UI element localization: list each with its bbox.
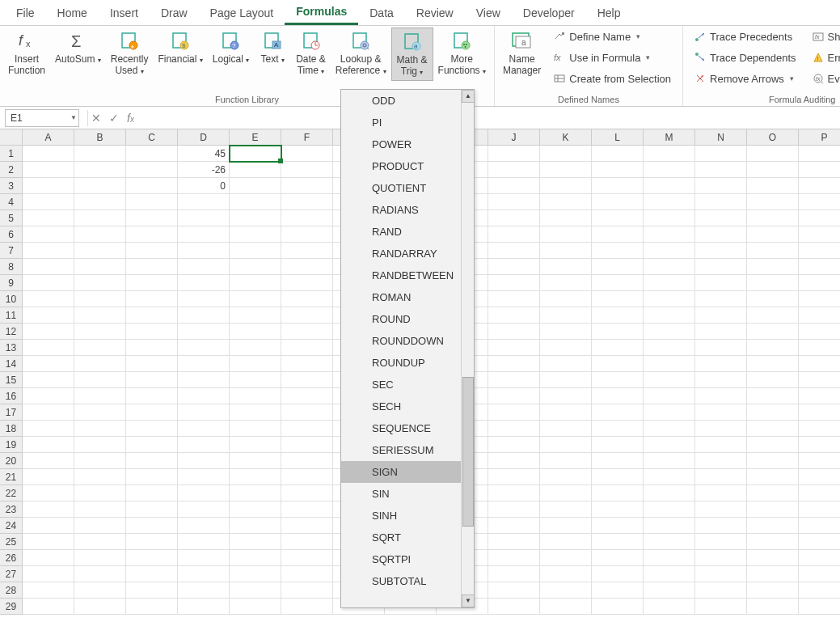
row-header-3[interactable]: 3	[0, 178, 23, 194]
cell-N8[interactable]	[695, 259, 747, 275]
cell-N15[interactable]	[695, 372, 747, 388]
cell-M1[interactable]	[644, 146, 695, 162]
cell-M7[interactable]	[644, 243, 695, 259]
fn-power[interactable]: POWER	[341, 133, 474, 155]
cell-B7[interactable]	[74, 243, 126, 259]
cell-N23[interactable]	[695, 501, 747, 518]
tab-home[interactable]: Home	[46, 2, 99, 24]
fn-rand[interactable]: RAND	[341, 221, 474, 243]
cell-K3[interactable]	[540, 178, 592, 194]
cell-O14[interactable]	[747, 356, 799, 372]
cell-M28[interactable]	[644, 582, 695, 599]
cell-B2[interactable]	[74, 162, 126, 178]
cell-J16[interactable]	[488, 388, 540, 404]
remove-arrows-button[interactable]: Remove Arrows ▾	[691, 70, 799, 87]
row-header-21[interactable]: 21	[0, 469, 23, 485]
cell-E4[interactable]	[230, 194, 281, 210]
cell-C15[interactable]	[126, 372, 178, 388]
cell-J14[interactable]	[488, 356, 540, 372]
cell-C7[interactable]	[126, 243, 178, 259]
cell-F11[interactable]	[281, 307, 333, 324]
cell-P28[interactable]	[799, 582, 840, 599]
row-header-25[interactable]: 25	[0, 534, 23, 550]
cell-D17[interactable]	[178, 404, 230, 421]
cell-O20[interactable]	[747, 453, 799, 469]
cell-D22[interactable]	[178, 485, 230, 501]
cell-O10[interactable]	[747, 291, 799, 307]
cell-J24[interactable]	[488, 518, 540, 534]
fn-roundup[interactable]: ROUNDUP	[341, 352, 474, 374]
tab-data[interactable]: Data	[358, 2, 405, 24]
cell-A21[interactable]	[23, 469, 74, 485]
enter-icon[interactable]: ✓	[109, 112, 119, 125]
formula-input[interactable]	[134, 109, 840, 127]
cell-N26[interactable]	[695, 550, 747, 566]
cell-C5[interactable]	[126, 210, 178, 226]
cell-L21[interactable]	[592, 469, 644, 485]
cell-L13[interactable]	[592, 340, 644, 356]
cell-M4[interactable]	[644, 194, 695, 210]
cell-J10[interactable]	[488, 291, 540, 307]
chevron-down-icon[interactable]: ▾	[636, 32, 640, 40]
cell-A14[interactable]	[23, 356, 74, 372]
cell-A29[interactable]	[23, 599, 74, 615]
row-header-14[interactable]: 14	[0, 356, 23, 372]
cell-C13[interactable]	[126, 340, 178, 356]
cell-N5[interactable]	[695, 210, 747, 226]
cell-C21[interactable]	[126, 469, 178, 485]
cell-K18[interactable]	[540, 421, 592, 437]
cell-N2[interactable]	[695, 162, 747, 178]
tab-help[interactable]: Help	[586, 2, 632, 24]
cell-L29[interactable]	[592, 599, 644, 615]
cell-C11[interactable]	[126, 307, 178, 324]
cell-K22[interactable]	[540, 485, 592, 501]
cell-P2[interactable]	[799, 162, 840, 178]
cell-C28[interactable]	[126, 582, 178, 599]
cell-D28[interactable]	[178, 582, 230, 599]
cell-J26[interactable]	[488, 550, 540, 566]
show-formulas-button[interactable]: fxShow Formulas	[809, 28, 840, 45]
cell-K24[interactable]	[540, 518, 592, 534]
recently-used-button[interactable]: RecentlyUsed ▾	[106, 28, 154, 79]
col-header-B[interactable]: B	[74, 129, 126, 146]
cell-F17[interactable]	[281, 404, 333, 421]
chevron-down-icon[interactable]: ▼	[70, 114, 77, 121]
cell-F24[interactable]	[281, 518, 333, 534]
col-header-J[interactable]: J	[488, 129, 540, 146]
text-button[interactable]: AText ▾	[254, 28, 291, 68]
cell-J19[interactable]	[488, 437, 540, 453]
cell-B29[interactable]	[74, 599, 126, 615]
row-header-13[interactable]: 13	[0, 340, 23, 356]
row-header-19[interactable]: 19	[0, 437, 23, 453]
cell-E24[interactable]	[230, 518, 281, 534]
fn-sec[interactable]: SEC	[341, 374, 474, 396]
row-header-22[interactable]: 22	[0, 485, 23, 501]
cell-N14[interactable]	[695, 356, 747, 372]
cancel-icon[interactable]: ✕	[91, 112, 101, 125]
cell-B23[interactable]	[74, 501, 126, 518]
scroll-down-button[interactable]: ▼	[462, 594, 474, 607]
cell-P11[interactable]	[799, 307, 840, 324]
cell-L14[interactable]	[592, 356, 644, 372]
cell-D14[interactable]	[178, 356, 230, 372]
cell-B20[interactable]	[74, 453, 126, 469]
cell-K16[interactable]	[540, 388, 592, 404]
cell-E26[interactable]	[230, 550, 281, 566]
row-header-1[interactable]: 1	[0, 146, 23, 162]
cell-K29[interactable]	[540, 599, 592, 615]
cell-P1[interactable]	[799, 146, 840, 162]
cell-A27[interactable]	[23, 566, 74, 582]
cell-O4[interactable]	[747, 194, 799, 210]
cell-D1[interactable]: 45	[178, 146, 230, 162]
cell-B5[interactable]	[74, 210, 126, 226]
cell-J17[interactable]	[488, 404, 540, 421]
cell-E12[interactable]	[230, 324, 281, 340]
cell-K25[interactable]	[540, 534, 592, 550]
cell-F3[interactable]	[281, 178, 333, 194]
cell-A24[interactable]	[23, 518, 74, 534]
fn-sin[interactable]: SIN	[341, 483, 474, 505]
cell-J15[interactable]	[488, 372, 540, 388]
cell-O9[interactable]	[747, 275, 799, 291]
cell-J4[interactable]	[488, 194, 540, 210]
cell-D24[interactable]	[178, 518, 230, 534]
